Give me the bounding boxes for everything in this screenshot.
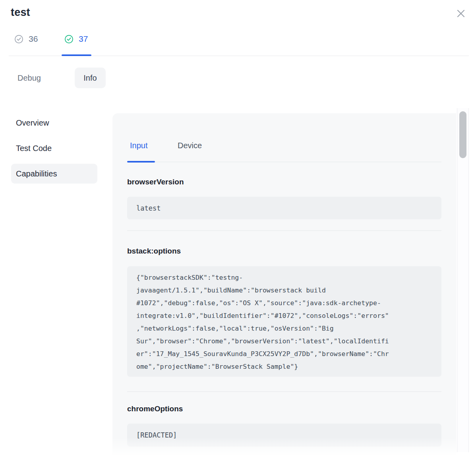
- code-line: #1072","debug":false,"os":"OS X","source…: [136, 297, 432, 310]
- debug-button[interactable]: Debug: [17, 68, 41, 88]
- check-circle-icon: [14, 35, 23, 44]
- test-details-modal: test 36 37 Debug Info: [0, 0, 476, 455]
- panel-tabs-divider: [127, 162, 441, 162]
- value-text: [REDACTED]: [136, 431, 177, 439]
- session-tab-label: 36: [29, 34, 38, 44]
- section-divider: [127, 230, 441, 231]
- chrome-options-value: [REDACTED]: [127, 424, 441, 447]
- close-icon: [456, 8, 466, 19]
- code-line: er":"17_May_1545_SouravKunda_P3CX25VY2P_…: [136, 348, 432, 360]
- value-text: latest: [136, 204, 161, 212]
- section-heading-browser-version: browserVersion: [127, 178, 184, 186]
- session-tab-37[interactable]: 37: [64, 33, 88, 45]
- panel-scrollbar-track[interactable]: [457, 108, 469, 452]
- check-circle-icon: [64, 35, 74, 44]
- session-tab-36[interactable]: 36: [14, 33, 38, 45]
- section-heading-bstack-options: bstack:options: [127, 247, 181, 256]
- sidebar-item-test-code[interactable]: Test Code: [11, 138, 97, 158]
- sidebar-item-overview[interactable]: Overview: [11, 113, 97, 133]
- active-panel-tab-underline: [127, 161, 155, 163]
- info-button[interactable]: Info: [75, 68, 106, 88]
- code-line: {"browserstackSDK":"testng-: [136, 271, 432, 284]
- section-divider: [127, 391, 441, 392]
- page-title: test: [11, 6, 30, 19]
- close-button[interactable]: [455, 7, 467, 20]
- tab-device[interactable]: Device: [178, 141, 202, 150]
- tab-input[interactable]: Input: [130, 141, 147, 150]
- active-session-tab-underline: [62, 54, 91, 56]
- code-line: ,"networkLogs":false,"local":true,"osVer…: [136, 322, 432, 335]
- code-line: ome","projectName":"BrowserStack Sample"…: [136, 360, 432, 373]
- browser-version-value: latest: [127, 197, 441, 219]
- panel-scrollbar-thumb[interactable]: [459, 111, 466, 158]
- code-line: Sur","browser":"Chrome","browserVersion"…: [136, 335, 432, 348]
- code-line: javaagent/1.5.1","buildName":"browsersta…: [136, 284, 432, 297]
- code-line: integrate:v1.0","buildIdentifier":"#1072…: [136, 310, 432, 322]
- sidebar-item-capabilities[interactable]: Capabilities: [11, 164, 97, 184]
- session-tab-label: 37: [79, 34, 88, 44]
- bstack-options-value: {"browserstackSDK":"testng- javaagent/1.…: [127, 266, 441, 377]
- section-heading-chrome-options: chromeOptions: [127, 405, 183, 413]
- capabilities-panel: Input Device browserVersion latest bstac…: [112, 113, 456, 455]
